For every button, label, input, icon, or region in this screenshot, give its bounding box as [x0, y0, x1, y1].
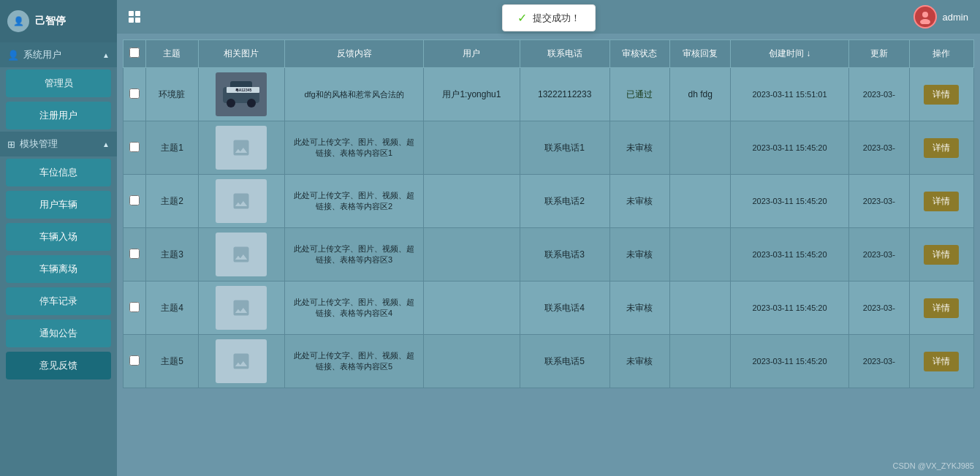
col-create-time: 创建时间 ↓ [731, 40, 849, 68]
cell-image [198, 175, 284, 228]
main-content: ✓ 提交成功！ admin 主题 相关图片 [117, 0, 980, 476]
grid-icon[interactable] [129, 11, 140, 23]
sidebar-item-vehicle-entry[interactable]: 车辆入场 [6, 223, 111, 251]
cell-review-reply [670, 121, 731, 175]
detail-button-2[interactable]: 详情 [924, 192, 959, 211]
watermark: CSDN @VX_ZYKJ985 [893, 461, 974, 470]
topbar-left [129, 11, 140, 23]
cell-phone: 联系电话4 [520, 282, 609, 335]
module-section-label: 模块管理 [20, 137, 58, 151]
cell-phone: 联系电话1 [520, 121, 609, 175]
row-checkbox-2[interactable] [129, 195, 140, 205]
cell-review-reply [670, 228, 731, 282]
cell-review-status: 未审核 [609, 228, 670, 282]
sidebar-item-admin[interactable]: 管理员 [6, 69, 111, 97]
cell-subject: 主题3 [146, 228, 199, 282]
cell-subject: 环境脏 [146, 68, 199, 121]
cell-action: 详情 [909, 335, 973, 388]
detail-button-3[interactable]: 详情 [924, 245, 959, 265]
toast-message: 提交成功！ [533, 12, 580, 25]
cell-content: 此处可上传文字、图片、视频、超链接、表格等内容区5 [285, 335, 424, 388]
check-icon: ✓ [517, 11, 527, 25]
sidebar-username: 己智停 [35, 15, 66, 28]
cell-subject: 主题1 [146, 121, 199, 175]
cell-create-time: 2023-03-11 15:45:20 [731, 228, 849, 282]
cell-review-status: 未审核 [609, 335, 670, 388]
toast-success: ✓ 提交成功！ [502, 4, 596, 31]
sidebar-avatar-icon: 👤 [7, 10, 29, 32]
sidebar-item-parking-info[interactable]: 车位信息 [6, 159, 111, 186]
row-checkbox-0[interactable] [129, 88, 140, 99]
col-user: 用户 [424, 40, 520, 68]
cell-action: 详情 [909, 121, 973, 175]
detail-button-4[interactable]: 详情 [924, 298, 959, 318]
table-container: 主题 相关图片 反馈内容 用户 联系电话 审核状态 审核回复 创建时间 ↓ 更新… [117, 34, 980, 476]
cell-phone: 联系电话3 [520, 228, 609, 282]
cell-review-status: 未审核 [609, 175, 670, 228]
cell-content: 此处可上传文字、图片、视频、超链接、表格等内容区1 [285, 121, 424, 175]
sidebar-item-vehicle-exit[interactable]: 车辆离场 [6, 255, 111, 283]
col-phone: 联系电话 [520, 40, 609, 68]
col-review-reply: 审核回复 [670, 40, 731, 68]
cell-action: 详情 [909, 282, 973, 335]
cell-phone: 联系电话5 [520, 335, 609, 388]
image-placeholder [216, 286, 267, 330]
sidebar-section-modules[interactable]: ⊞ 模块管理 ▲ [0, 132, 117, 156]
topbar: ✓ 提交成功！ admin [117, 0, 980, 34]
user-section-label: 系统用户 [23, 48, 61, 61]
cell-user [424, 175, 520, 228]
user-section-icon: 👤 [7, 50, 19, 61]
cell-action: 详情 [909, 175, 973, 228]
cell-review-reply: dh fdg [670, 68, 731, 121]
col-action: 操作 [909, 40, 973, 68]
sidebar-item-parking-record[interactable]: 停车记录 [6, 287, 111, 315]
cell-review-reply [670, 335, 731, 388]
table-row: 主题2 此处可上传文字、图片、视频、超链接、表格等内容区2联系电话2未审核202… [124, 175, 974, 228]
detail-button-1[interactable]: 详情 [924, 138, 959, 158]
cell-subject: 主题2 [146, 175, 199, 228]
image-placeholder [216, 339, 267, 383]
cell-create-time: 2023-03-11 15:51:01 [731, 68, 849, 121]
cell-content: 此处可上传文字、图片、视频、超链接、表格等内容区2 [285, 175, 424, 228]
col-image: 相关图片 [198, 40, 284, 68]
cell-review-status: 未审核 [609, 282, 670, 335]
col-checkbox [124, 40, 146, 68]
cell-create-time: 2023-03-11 15:45:20 [731, 335, 849, 388]
cell-update-time: 2023-03- [848, 335, 909, 388]
cell-action: 详情 [909, 68, 973, 121]
feedback-table: 主题 相关图片 反馈内容 用户 联系电话 审核状态 审核回复 创建时间 ↓ 更新… [123, 39, 974, 388]
sidebar-item-feedback[interactable]: 意见反馈 [6, 352, 111, 379]
row-checkbox-4[interactable] [129, 302, 140, 312]
sidebar-item-user-vehicle[interactable]: 用户车辆 [6, 191, 111, 219]
row-checkbox-5[interactable] [129, 355, 140, 366]
table-row: 主题5 此处可上传文字、图片、视频、超链接、表格等内容区5联系电话5未审核202… [124, 335, 974, 388]
cell-phone: 13222112233 [520, 68, 609, 121]
detail-button-5[interactable]: 详情 [924, 352, 959, 371]
car-image: 粤A12345 [216, 72, 267, 116]
cell-content: dfg和的风格和惹常风合法的 [285, 68, 424, 121]
cell-content: 此处可上传文字、图片、视频、超链接、表格等内容区4 [285, 282, 424, 335]
table-row: 主题1 此处可上传文字、图片、视频、超链接、表格等内容区1联系电话1未审核202… [124, 121, 974, 175]
sidebar-item-notification[interactable]: 通知公告 [6, 320, 111, 347]
admin-avatar [913, 5, 937, 29]
svg-point-0 [922, 12, 928, 18]
cell-image [198, 228, 284, 282]
sidebar-section-users[interactable]: 👤 系统用户 ▲ [0, 42, 117, 67]
sidebar-item-registered-user[interactable]: 注册用户 [6, 102, 111, 129]
select-all-checkbox[interactable] [129, 48, 140, 58]
svg-point-1 [920, 19, 930, 24]
cell-subject: 主题5 [146, 335, 199, 388]
row-checkbox-1[interactable] [129, 142, 140, 152]
cell-user [424, 282, 520, 335]
cell-update-time: 2023-03- [848, 121, 909, 175]
cell-image [198, 335, 284, 388]
cell-image: 粤A12345 [198, 68, 284, 121]
cell-user [424, 335, 520, 388]
table-header-row: 主题 相关图片 反馈内容 用户 联系电话 审核状态 审核回复 创建时间 ↓ 更新… [124, 40, 974, 68]
row-checkbox-3[interactable] [129, 249, 140, 259]
cell-review-status: 未审核 [609, 121, 670, 175]
cell-update-time: 2023-03- [848, 175, 909, 228]
table-row: 主题4 此处可上传文字、图片、视频、超链接、表格等内容区4联系电话4未审核202… [124, 282, 974, 335]
detail-button-0[interactable]: 详情 [924, 85, 959, 105]
cell-update-time: 2023-03- [848, 282, 909, 335]
